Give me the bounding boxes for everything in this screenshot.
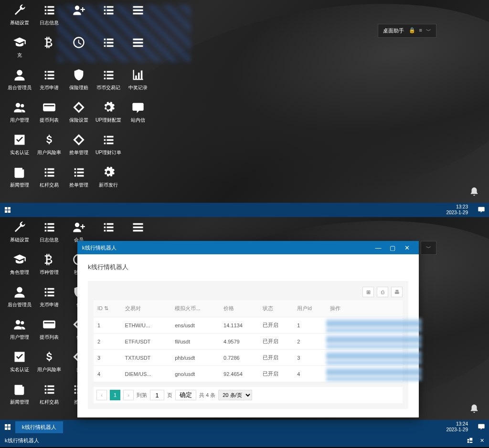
col-header[interactable]: 模拟火币... xyxy=(171,300,220,317)
tray-chat-icon[interactable] xyxy=(473,206,485,214)
bell-icon[interactable] xyxy=(469,187,479,198)
list-icon xyxy=(42,2,57,18)
desktop-icon-新闻管理[interactable]: 新闻管理 xyxy=(5,165,34,195)
desktop-icon-杠杆交易[interactable]: 杠杆交易 xyxy=(34,165,64,195)
desktop-icon-日志信息[interactable]: 日志信息 xyxy=(34,219,64,250)
desktop-icon-角色管理[interactable]: 角色管理 xyxy=(5,252,34,282)
desktop-icon-抢单管理[interactable]: 抢单管理 xyxy=(64,132,94,163)
desktop-icon-充[interactable]: 充 xyxy=(5,35,34,65)
col-header[interactable]: 状态 xyxy=(259,300,293,317)
desktop-icon-9[interactable] xyxy=(123,35,153,65)
start-button[interactable] xyxy=(4,423,12,431)
desktop-icon-站内信[interactable]: 站内信 xyxy=(123,100,153,130)
desktop-icon-新闻管理[interactable]: 新闻管理 xyxy=(5,382,34,412)
desktop-icon-实名认证[interactable]: 实名认证 xyxy=(5,132,34,163)
toolbar-export-button[interactable]: ⎙ xyxy=(377,287,388,297)
row-actions[interactable] xyxy=(326,350,403,366)
window-titlebar[interactable]: k线行情机器人 — ▢ ✕ xyxy=(77,241,419,254)
col-header[interactable]: 交易对 xyxy=(121,300,171,317)
desktop-icon-币币交易记[interactable]: 币币交易记 xyxy=(94,67,123,98)
desktop-icon-日志信息[interactable]: 日志信息 xyxy=(34,2,64,33)
users-icon xyxy=(12,317,27,332)
minimize-button[interactable]: — xyxy=(371,244,385,251)
desktop-icon-3[interactable] xyxy=(94,2,123,33)
desktop-icon-杠杆交易[interactable]: 杠杆交易 xyxy=(34,382,64,412)
row-actions[interactable] xyxy=(326,333,403,350)
desktop-icon-8[interactable] xyxy=(94,35,123,65)
user-icon xyxy=(12,67,27,83)
data-table: ID ⇅交易对模拟火币...价格状态用户id操作 1ETHW/U...ens/u… xyxy=(94,300,403,382)
desktop-icon-新币发行[interactable]: 新币发行 xyxy=(94,165,123,195)
desktop-icon-充币申请[interactable]: 充币申请 xyxy=(34,284,64,315)
desktop-icon-用户管理[interactable]: 用户管理 xyxy=(5,317,34,347)
desktop-icon-4[interactable] xyxy=(123,2,153,33)
desktop-icon-提币列表[interactable]: 提币列表 xyxy=(34,100,64,130)
users-plus-icon xyxy=(71,219,86,235)
window-title: k线行情机器人 xyxy=(82,244,117,251)
desktop-assist-widget-2[interactable]: ﹀ xyxy=(421,241,436,255)
list-icon xyxy=(42,382,57,397)
pager-size-select[interactable]: 20 条/页 xyxy=(218,390,252,400)
pager-prev[interactable]: ‹ xyxy=(96,390,107,400)
list-icon xyxy=(42,67,57,83)
desktop-icon-保险理赔[interactable]: 保险理赔 xyxy=(64,67,94,98)
tray-chat-icon[interactable] xyxy=(473,423,485,431)
desktop-assist-widget[interactable]: 桌面助手 🔒 ≡ ﹀ xyxy=(378,24,436,38)
row-actions[interactable] xyxy=(326,366,403,382)
start-button[interactable] xyxy=(4,206,12,214)
col-header[interactable]: 操作 xyxy=(326,300,403,317)
menu-icon xyxy=(130,2,146,18)
col-header[interactable]: 价格 xyxy=(220,300,259,317)
chevron-down-icon[interactable]: ﹀ xyxy=(426,244,431,251)
desktop-icon-UP理财配置[interactable]: UP理财配置 xyxy=(94,100,123,130)
taskbar-app[interactable]: k线行情机器人 xyxy=(15,421,63,433)
pagination: ‹ 1 › 到第 页 确定 共 4 条 20 条/页 xyxy=(94,387,403,403)
desktop-icon-6[interactable] xyxy=(34,35,64,65)
cogs-icon xyxy=(101,100,116,115)
desktop-icon-后台管理员[interactable]: 后台管理员 xyxy=(5,284,34,315)
lock-icon[interactable]: 🔒 xyxy=(409,27,415,34)
desktop-icon-保险设置[interactable]: 保险设置 xyxy=(64,100,94,130)
user-icon xyxy=(12,284,27,300)
desktop-icon-币种管理[interactable]: 币种管理 xyxy=(34,252,64,282)
desktop-icon-提币列表[interactable]: 提币列表 xyxy=(34,317,64,347)
pager-page-1[interactable]: 1 xyxy=(110,390,120,400)
row-actions[interactable] xyxy=(326,317,403,333)
desktop-icon-用户风险率[interactable]: 用户风险率 xyxy=(34,132,64,163)
desktop-icon-UP理财订单[interactable]: UP理财订单 xyxy=(94,132,123,163)
btc-icon xyxy=(42,35,57,50)
desktop-icon-7[interactable] xyxy=(64,35,94,65)
desktop-icon-2[interactable] xyxy=(64,2,94,33)
taskbar-1: 13:232023-1-29 xyxy=(0,203,489,217)
pager-confirm[interactable]: 确定 xyxy=(175,390,196,400)
close-button[interactable]: ✕ xyxy=(400,244,414,251)
toolbar-columns-button[interactable]: ⊞ xyxy=(362,287,374,297)
bell-icon[interactable] xyxy=(469,404,479,415)
chevron-down-icon[interactable]: ﹀ xyxy=(426,27,431,34)
desktop-icon-实名认证[interactable]: 实名认证 xyxy=(5,349,34,380)
close-icon[interactable]: ✕ xyxy=(480,438,484,444)
taskbar-2: k线行情机器人 13:242023-1-29 xyxy=(0,420,489,434)
clock: 13:232023-1-29 xyxy=(446,204,468,216)
desktop-icon-用户风险率[interactable]: 用户风险率 xyxy=(34,349,64,380)
menu-icon[interactable]: ≡ xyxy=(419,27,422,34)
desktop-icon-基础设置[interactable]: 基础设置 xyxy=(5,2,34,33)
diamond-icon xyxy=(71,132,86,147)
diamond-icon xyxy=(71,100,86,115)
col-header[interactable]: 用户id xyxy=(293,300,326,317)
desktop-icon-充币申请[interactable]: 充币申请 xyxy=(34,67,64,98)
col-header[interactable]: ID ⇅ xyxy=(94,300,121,317)
clock-icon xyxy=(71,35,86,50)
desktop-icon-抢单管理[interactable]: 抢单管理 xyxy=(64,165,94,195)
subbar-title: k线行情机器人 xyxy=(5,437,39,444)
list-icon xyxy=(101,219,116,235)
desktop-icon-中奖记录[interactable]: 中奖记录 xyxy=(123,67,153,98)
desktop-icon-基础设置[interactable]: 基础设置 xyxy=(5,219,34,250)
desktop-icon-后台管理员[interactable]: 后台管理员 xyxy=(5,67,34,98)
pager-next[interactable]: › xyxy=(123,390,134,400)
restore-icon[interactable] xyxy=(467,437,473,445)
pager-goto-input[interactable] xyxy=(150,390,164,400)
toolbar-print-button[interactable]: 🖶 xyxy=(391,287,403,297)
desktop-icon-用户管理[interactable]: 用户管理 xyxy=(5,100,34,130)
maximize-button[interactable]: ▢ xyxy=(385,244,400,251)
